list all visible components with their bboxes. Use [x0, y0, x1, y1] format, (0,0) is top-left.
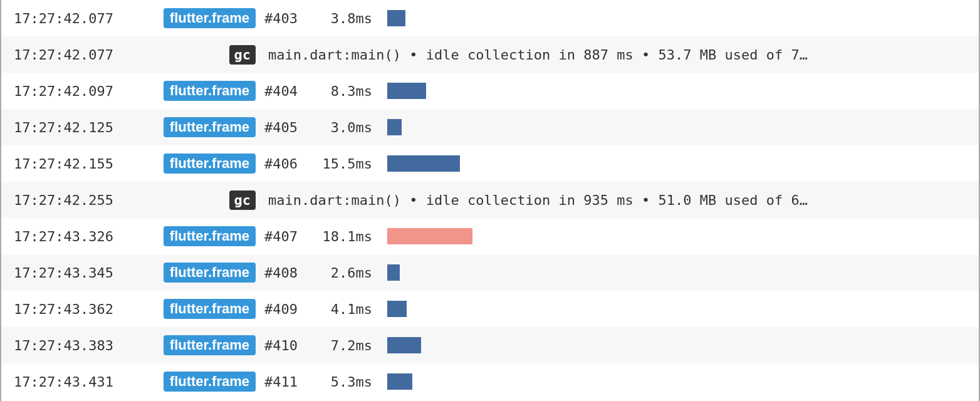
frame-id: #407: [264, 229, 307, 244]
log-row[interactable]: 17:27:42.125flutter.frame#4053.0ms: [1, 109, 979, 145]
timestamp: 17:27:42.077: [14, 11, 133, 26]
badge-column: flutter.frame: [142, 154, 256, 174]
log-row[interactable]: 17:27:42.255gcmain.dart:main() • idle co…: [1, 182, 979, 218]
frame-duration: 15.5ms: [316, 156, 372, 172]
flutter-frame-badge: flutter.frame: [164, 154, 256, 174]
flutter-frame-badge: flutter.frame: [164, 335, 256, 355]
flutter-frame-badge: flutter.frame: [164, 117, 256, 137]
log-row[interactable]: 17:27:43.326flutter.frame#40718.1ms: [1, 218, 979, 254]
duration-bar-container: [387, 301, 407, 317]
duration-bar: [387, 228, 472, 244]
frame-id: #409: [264, 301, 307, 317]
frame-duration: 8.3ms: [316, 83, 372, 99]
badge-column: gc: [142, 45, 256, 65]
duration-bar: [387, 83, 426, 99]
duration-bar-container: [387, 155, 460, 172]
log-row[interactable]: 17:27:42.077flutter.frame#4033.8ms: [1, 0, 979, 36]
log-row[interactable]: 17:27:43.431flutter.frame#4115.3ms: [1, 363, 979, 400]
frame-id: #408: [264, 265, 307, 281]
frame-duration: 3.8ms: [316, 11, 372, 26]
frame-duration: 4.1ms: [316, 301, 372, 317]
badge-column: flutter.frame: [142, 8, 256, 28]
log-row[interactable]: 17:27:43.345flutter.frame#4082.6ms: [1, 254, 979, 291]
log-row[interactable]: 17:27:42.097flutter.frame#4048.3ms: [1, 73, 979, 109]
duration-bar: [387, 301, 407, 317]
gc-message: main.dart:main() • idle collection in 88…: [268, 47, 966, 63]
flutter-frame-badge: flutter.frame: [164, 81, 256, 101]
badge-column: flutter.frame: [142, 335, 256, 355]
duration-bar: [387, 10, 405, 26]
duration-bar-container: [387, 83, 426, 99]
timestamp: 17:27:43.362: [14, 301, 133, 317]
duration-bar: [387, 373, 412, 390]
log-row[interactable]: 17:27:42.077gcmain.dart:main() • idle co…: [1, 36, 979, 73]
frame-id: #404: [264, 83, 307, 99]
log-row[interactable]: 17:27:42.155flutter.frame#40615.5ms: [1, 145, 979, 182]
duration-bar-container: [387, 119, 402, 135]
duration-bar: [387, 337, 421, 353]
duration-bar: [387, 119, 402, 135]
frame-duration: 18.1ms: [316, 229, 372, 244]
badge-column: flutter.frame: [142, 117, 256, 137]
flutter-frame-badge: flutter.frame: [164, 263, 256, 283]
duration-bar-container: [387, 10, 405, 26]
timestamp: 17:27:43.326: [14, 229, 133, 244]
timestamp: 17:27:42.155: [14, 156, 133, 172]
timestamp: 17:27:43.345: [14, 265, 133, 281]
frame-id: #406: [264, 156, 307, 172]
timestamp: 17:27:42.125: [14, 120, 133, 135]
badge-column: flutter.frame: [142, 372, 256, 392]
flutter-frame-badge: flutter.frame: [164, 299, 256, 319]
gc-badge: gc: [229, 45, 256, 65]
log-list: 17:27:42.077flutter.frame#4033.8ms17:27:…: [1, 0, 979, 400]
duration-bar-container: [387, 264, 400, 281]
log-row[interactable]: 17:27:43.383flutter.frame#4107.2ms: [1, 327, 979, 363]
flutter-frame-badge: flutter.frame: [164, 226, 256, 246]
log-row[interactable]: 17:27:43.362flutter.frame#4094.1ms: [1, 291, 979, 327]
badge-column: gc: [142, 190, 256, 210]
flutter-frame-badge: flutter.frame: [164, 8, 256, 28]
timestamp: 17:27:42.255: [14, 192, 133, 208]
frame-duration: 5.3ms: [316, 374, 372, 390]
badge-column: flutter.frame: [142, 299, 256, 319]
gc-badge: gc: [229, 190, 256, 210]
flutter-frame-badge: flutter.frame: [164, 372, 256, 392]
duration-bar-container: [387, 337, 421, 353]
duration-bar-container: [387, 373, 412, 390]
badge-column: flutter.frame: [142, 81, 256, 101]
timestamp: 17:27:43.383: [14, 338, 133, 353]
duration-bar: [387, 264, 400, 281]
duration-bar: [387, 155, 460, 172]
frame-id: #405: [264, 120, 307, 135]
timestamp: 17:27:43.431: [14, 374, 133, 390]
gc-message: main.dart:main() • idle collection in 93…: [268, 192, 966, 208]
frame-id: #403: [264, 11, 307, 26]
frame-duration: 7.2ms: [316, 338, 372, 353]
badge-column: flutter.frame: [142, 226, 256, 246]
badge-column: flutter.frame: [142, 263, 256, 283]
frame-id: #411: [264, 374, 307, 390]
timestamp: 17:27:42.077: [14, 47, 133, 63]
frame-id: #410: [264, 338, 307, 353]
frame-duration: 2.6ms: [316, 265, 372, 281]
timestamp: 17:27:42.097: [14, 83, 133, 99]
duration-bar-container: [387, 228, 472, 244]
frame-duration: 3.0ms: [316, 120, 372, 135]
